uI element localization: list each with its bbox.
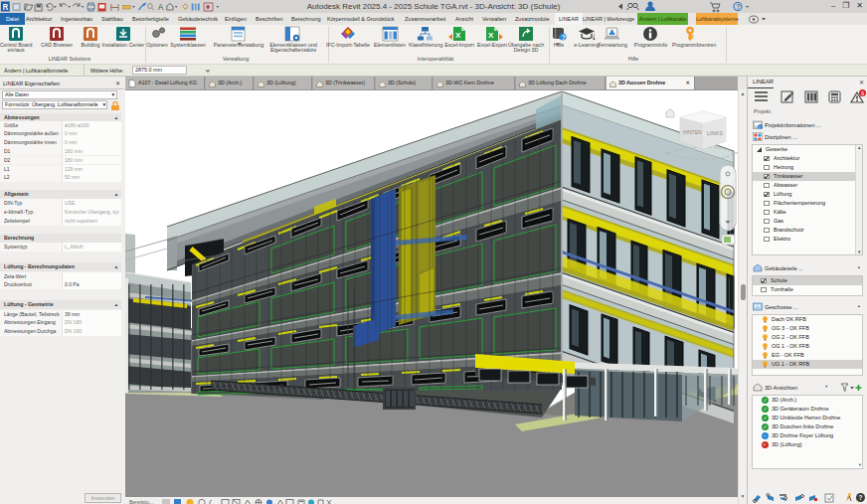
svg-text:?: ? <box>562 34 566 41</box>
svg-text:HINTEN: HINTEN <box>683 129 702 135</box>
svg-text:9: 9 <box>861 90 864 96</box>
svg-text:A: A <box>158 2 164 13</box>
svg-text:R: R <box>3 3 9 13</box>
svg-text:X: X <box>488 31 494 40</box>
svg-text:X: X <box>455 31 461 40</box>
svg-text:?: ? <box>736 3 740 10</box>
svg-text:LINKS: LINKS <box>707 130 723 136</box>
svg-text:i: i <box>760 125 761 129</box>
svg-text:?: ? <box>859 494 863 501</box>
